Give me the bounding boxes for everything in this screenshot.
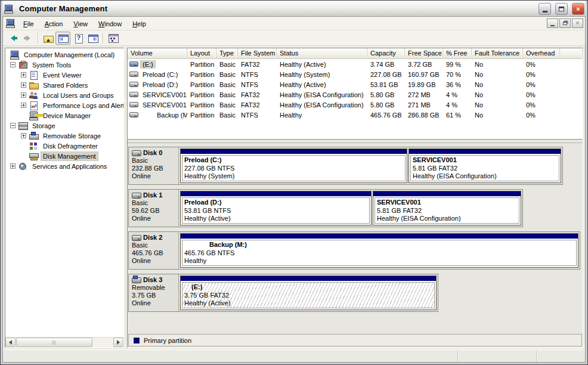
disk-header-disk-0[interactable]: Disk 0Basic232.88 GBOnline (129, 147, 179, 184)
cell-free-space: 160.97 GB (405, 71, 443, 78)
tree-hscrollbar[interactable] (5, 337, 123, 347)
partition-backup-m[interactable]: Backup (M:)465.76 GB NTFSHealthy (180, 233, 578, 268)
column-header-capacity[interactable]: Capacity (367, 48, 405, 59)
forward-icon (23, 33, 33, 43)
back-button[interactable] (5, 32, 20, 45)
column-header-free[interactable]: % Free (443, 48, 472, 59)
partition-e[interactable]: (E:)3.75 GB FAT32Healthy (Active) (180, 276, 437, 310)
cell-file-system: NTFS (238, 112, 277, 119)
tree-item-shared-folders[interactable]: Shared Folders (5, 80, 123, 90)
partition-servicev001[interactable]: SERVICEV0015.81 GB FAT32Healthy (EISA Co… (408, 149, 561, 183)
maximize-icon (559, 7, 564, 11)
menu-window[interactable]: Window (93, 18, 127, 29)
volume-row-preload-d[interactable]: Preload (D:)PartitionBasicNTFSHealthy (A… (128, 79, 583, 89)
column-header-free-space[interactable]: Free Space (405, 48, 443, 59)
tree-item-computer-management-local[interactable]: Computer Management (Local) (5, 50, 123, 60)
tree-item-system-tools[interactable]: System Tools (5, 60, 123, 70)
partition-preload-c[interactable]: Preload (C:)227.08 GB NTFSHealthy (Syste… (180, 149, 407, 183)
close-button[interactable]: × (572, 3, 584, 15)
column-header-file-system[interactable]: File System (238, 48, 277, 59)
menu-file[interactable]: File (18, 18, 39, 29)
collapse-icon[interactable] (10, 62, 16, 67)
services-icon (18, 162, 28, 171)
tree-item-event-viewer[interactable]: Event Viewer (5, 70, 123, 80)
partition-servicev001[interactable]: SERVICEV0015.81 GB FAT32Healthy (EISA Co… (373, 191, 521, 225)
expand-icon[interactable] (21, 82, 26, 88)
expand-icon[interactable] (21, 103, 26, 108)
disk-header-disk-3[interactable]: Disk 3Removable3.75 GBOnline (129, 274, 179, 311)
disk-header-disk-2[interactable]: Disk 2Basic465.76 GBOnline (129, 232, 179, 269)
show-action-pane-button[interactable] (85, 32, 100, 45)
expand-icon[interactable] (21, 92, 26, 98)
collapse-icon[interactable] (10, 123, 16, 128)
mdi-minimize-icon (550, 25, 555, 26)
column-header-fault-tolerance[interactable]: Fault Tolerance (472, 48, 523, 59)
cell-status: Healthy (EISA Configuration) (277, 101, 367, 109)
disk-row-disk-3: Disk 3Removable3.75 GBOnline(E:)3.75 GB … (128, 274, 438, 312)
app-frame: FileActionViewWindowHelp × Computer Mana… (2, 16, 586, 363)
tree-item-local-users-and-groups[interactable]: Local Users and Groups (5, 90, 123, 100)
volume-cell: Preload (D:) (128, 81, 187, 89)
scroll-right-button[interactable] (113, 338, 123, 347)
scroll-track[interactable] (16, 338, 113, 347)
expand-icon[interactable] (21, 72, 26, 78)
scroll-left-button[interactable] (5, 338, 16, 347)
forward-button[interactable] (20, 32, 35, 45)
device-manager-icon (29, 112, 39, 120)
tree-item-disk-management[interactable]: Disk Management (5, 151, 123, 161)
tree-item-removable-storage[interactable]: Removable Storage (5, 131, 123, 141)
help-button[interactable] (70, 32, 85, 45)
disk-header-disk-1[interactable]: Disk 1Basic59.62 GBOnline (129, 190, 179, 227)
maximize-button[interactable] (555, 3, 568, 15)
column-header-status[interactable]: Status (277, 48, 367, 59)
title-bar[interactable]: Computer Management × (2, 1, 586, 16)
partition-area: Backup (M:)465.76 GB NTFSHealthy (179, 232, 580, 269)
partition-label: Backup (M:) (184, 240, 574, 249)
cell-file-system: NTFS (238, 71, 277, 78)
cell-capacity: 53.81 GB (367, 81, 405, 88)
pane-splitter[interactable] (128, 139, 583, 143)
computer-icon (10, 51, 20, 59)
tree-item-label: Disk Defragmenter (41, 142, 100, 150)
disk-name: Disk 2 (132, 233, 177, 242)
tree-item-storage[interactable]: Storage (5, 120, 123, 131)
expand-icon[interactable] (21, 133, 26, 138)
disk-row-disk-1: Disk 1Basic59.62 GBOnlinePreload (D:)53.… (128, 189, 523, 227)
column-header-layout[interactable]: Layout (187, 48, 216, 59)
show-console-tree-button[interactable] (55, 32, 70, 45)
tree-item-device-manager[interactable]: Device Manager (5, 110, 123, 120)
tree-item-services-and-applications[interactable]: Services and Applications (5, 161, 123, 171)
volume-row-servicev001[interactable]: SERVICEV001PartitionBasicFAT32Healthy (E… (128, 100, 583, 110)
console-window-button[interactable] (106, 32, 120, 45)
column-header-type[interactable]: Type (216, 48, 238, 59)
volume-label: Preload (C:) (141, 70, 180, 79)
cell-overhead: 0% (523, 61, 560, 68)
tree-item-performance-logs-and-alerts[interactable]: Performance Logs and Alerts (5, 100, 123, 110)
expand-icon[interactable] (10, 163, 16, 169)
menu-help[interactable]: Help (127, 18, 151, 29)
mdi-restore-button[interactable] (559, 18, 571, 28)
disk-info-line: 465.76 GB (132, 249, 177, 257)
event-viewer-icon (29, 71, 39, 79)
column-header-volume[interactable]: Volume (128, 48, 187, 59)
up-one-level-button[interactable] (41, 32, 55, 45)
tree-item-disk-defragmenter[interactable]: Disk Defragmenter (5, 141, 123, 151)
partition-color-bar (181, 234, 578, 239)
volume-row-e[interactable]: (E:)PartitionBasicFAT32Healthy (Active)3… (128, 59, 583, 69)
cell-overhead: 0% (523, 81, 560, 88)
volume-row-backup-m[interactable]: Backup (M:)PartitionBasicNTFSHealthy465.… (128, 110, 583, 120)
volume-row-preload-c[interactable]: Preload (C:)PartitionBasicNTFSHealthy (S… (128, 69, 583, 79)
menu-view[interactable]: View (68, 18, 93, 29)
minimize-button[interactable] (539, 3, 551, 15)
disk-info-line: Basic (132, 199, 177, 207)
column-header-overhead[interactable]: Overhead (523, 48, 560, 59)
volume-row-servicev001[interactable]: SERVICEV001PartitionBasicFAT32Healthy (E… (128, 89, 583, 100)
mdi-close-button[interactable]: × (572, 18, 583, 28)
cell-status: Healthy (EISA Configuration) (277, 91, 367, 98)
partition-area: (E:)3.75 GB FAT32Healthy (Active) (179, 274, 438, 311)
scroll-thumb[interactable] (16, 338, 92, 347)
cell-status: Healthy (277, 112, 367, 119)
mdi-minimize-button[interactable] (547, 18, 558, 28)
partition-preload-d[interactable]: Preload (D:)53.81 GB NTFSHealthy (Active… (180, 191, 372, 225)
menu-action[interactable]: Action (39, 18, 69, 29)
